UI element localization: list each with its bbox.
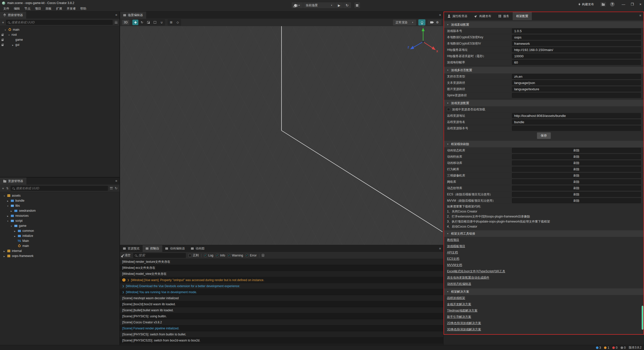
expand-chevron-icon[interactable] — [7, 204, 9, 207]
hierarchy-node-row[interactable]: root — [0, 32, 119, 37]
doc-link[interactable]: 原生包热更新配置自动生成插件 — [447, 276, 489, 280]
inspector-menu-icon[interactable]: ≡ — [639, 14, 641, 17]
hierarchy-searchbox[interactable] — [6, 20, 113, 25]
save-button[interactable]: 保存 — [537, 132, 551, 139]
expand-chevron-icon[interactable] — [3, 194, 6, 197]
move-tool-button[interactable]: ✚ — [132, 20, 138, 25]
expand-chevron-icon[interactable] — [10, 224, 13, 228]
field-input[interactable] — [512, 126, 641, 131]
notification-count-badge[interactable]: 0 — [621, 346, 626, 349]
regex-checkbox-item[interactable]: 正则 — [188, 253, 199, 257]
menu-item[interactable]: 编辑 — [12, 6, 22, 11]
expand-chevron-icon[interactable] — [14, 234, 16, 238]
field-input[interactable] — [512, 113, 641, 118]
scene-menu-icon[interactable]: ≡ — [439, 13, 441, 17]
log-row[interactable]: ! ❯ [Scene] Cocos Creator v3.8.2 — [120, 319, 443, 325]
scene-viewport[interactable]: Y X Z — [120, 26, 443, 245]
log-row[interactable]: ! ❯ [Scene] [PHYSICS]: switch from built… — [120, 331, 443, 337]
log-row[interactable]: ! ❯ [Scene] [PHYSICS2D]: switch from box… — [120, 337, 443, 343]
lock-icon[interactable] — [2, 34, 4, 36]
field-input[interactable] — [512, 41, 641, 46]
console-tab[interactable]: 资源预览 — [120, 245, 143, 252]
sort-assets-icon[interactable]: ⇅ — [6, 187, 9, 190]
section-header-language[interactable]: ▼ 游戏多语言配置 — [444, 67, 643, 73]
open-project-folder-button[interactable] — [600, 2, 607, 7]
expand-chevron-icon[interactable] — [7, 199, 9, 202]
remove-module-button[interactable]: 剔除 — [512, 154, 641, 159]
mode-3d-toggle[interactable]: 3D — [122, 20, 129, 25]
grid-snap-button[interactable]: ⊞ — [168, 20, 174, 25]
remove-module-button[interactable]: 剔除 — [512, 179, 641, 184]
menu-item[interactable]: 节点 — [22, 6, 33, 11]
log-filter-item[interactable]: Warning — [228, 254, 243, 257]
inspector-tab[interactable]: 构建发布 — [471, 12, 495, 20]
asset-node-row[interactable]: initialize — [0, 233, 119, 238]
remove-module-button[interactable]: 剔除 — [512, 173, 641, 178]
log-filter-item[interactable]: Info — [216, 254, 225, 257]
log-row[interactable]: ! ❯ [Scene] [PHYSICS]: using builtin. — [120, 313, 443, 319]
hierarchy-node-row[interactable]: main — [0, 27, 119, 32]
clear-console-button[interactable]: 清空 — [123, 253, 131, 257]
solution-link[interactable]: 2D角色扮演游戏解决方案 — [447, 321, 481, 325]
preview-qr-button[interactable] — [354, 2, 360, 9]
inspector-tab[interactable]: 框架配置 — [513, 12, 532, 20]
lock-icon[interactable] — [2, 45, 4, 46]
hierarchy-node-row[interactable]: game — [0, 37, 119, 42]
expand-chevron-icon[interactable] — [10, 209, 13, 212]
log-row[interactable]: ! ❯ [Window] [Vue warn]: Property "onInp… — [120, 277, 443, 283]
solution-link[interactable]: 新手引导解决方案 — [447, 315, 471, 319]
info-count-badge[interactable]: 3 — [596, 346, 601, 349]
console-tab[interactable]: 控制台 — [143, 245, 162, 252]
field-input[interactable] — [512, 80, 641, 85]
view-gizmo[interactable]: Y X Z — [408, 26, 438, 53]
remote-load-checkbox-row[interactable]: 游戏中资源是否远程加载 — [444, 106, 643, 113]
log-filter-item[interactable]: Log — [204, 254, 213, 257]
doc-link[interactable]: API文档 — [447, 250, 458, 255]
scale-tool-button[interactable] — [145, 20, 151, 25]
menu-item[interactable]: 开发者 — [64, 6, 78, 11]
doc-link[interactable]: Excel格式转Json文件与TypeScript代码工具 — [447, 269, 505, 274]
assets-search-input[interactable] — [16, 187, 106, 190]
expand-chevron-icon[interactable]: ❯ — [122, 291, 124, 293]
restart-button[interactable]: ↻ — [343, 2, 351, 8]
solution-link[interactable]: Tiledmap地图解决方案 — [447, 309, 477, 313]
asset-node-row[interactable]: internal — [0, 248, 119, 253]
log-file-icon[interactable] — [262, 254, 264, 257]
field-input[interactable] — [512, 60, 641, 65]
remote-load-checkbox[interactable] — [447, 108, 450, 111]
menu-item[interactable]: 面板 — [43, 6, 54, 11]
asset-node-row[interactable]: oops-framework — [0, 253, 119, 258]
expand-chevron-icon[interactable] — [7, 214, 9, 217]
build-publish-button[interactable]: 构建发布 — [576, 1, 596, 8]
inspector-tab[interactable]: 服务 — [495, 12, 513, 20]
restore-button[interactable]: ❐ — [631, 2, 634, 6]
remove-module-button[interactable]: 剔除 — [512, 198, 641, 203]
expand-chevron-icon[interactable]: ❯ — [127, 279, 129, 281]
add-asset-button[interactable]: + — [2, 187, 4, 190]
field-input[interactable] — [512, 93, 641, 98]
platform-select[interactable]: ▼ — [292, 2, 303, 8]
doc-link[interactable]: MVVM文档 — [447, 263, 462, 267]
doc-link[interactable]: 教程项目 — [447, 238, 459, 242]
warning-count-badge[interactable]: 1 — [604, 346, 609, 349]
solution-link[interactable]: 战棋游戏框架 — [447, 296, 465, 300]
section-header-docs[interactable]: ▼ 框架文档工具链接 — [444, 230, 643, 237]
log-row[interactable]: ! ❯ [Scene] [box2d]:box2d wasm lib loade… — [120, 301, 443, 307]
field-input[interactable] — [512, 28, 641, 33]
hierarchy-search-input[interactable] — [11, 21, 111, 24]
expand-chevron-icon[interactable] — [8, 33, 10, 36]
menu-item[interactable]: 帮助 — [78, 6, 89, 11]
asset-node-row[interactable]: seedrandom — [0, 208, 119, 213]
doc-link[interactable]: ECS文档 — [447, 257, 459, 261]
field-input[interactable] — [512, 74, 641, 79]
section-header-basic[interactable]: ▼ 游戏基础配置 — [444, 21, 643, 28]
lighting-toggle-button[interactable] — [418, 19, 425, 25]
solution-link[interactable]: 全栈开发解决方案 — [447, 302, 471, 307]
regex-checkbox[interactable] — [188, 254, 191, 257]
rotate-snap-button[interactable]: ◇ — [175, 20, 181, 25]
log-row[interactable]: ! ❯ [Window] ecs文件夹存在 — [120, 265, 443, 271]
filter-checkbox[interactable] — [204, 254, 207, 257]
field-input[interactable] — [512, 86, 641, 92]
expand-chevron-icon[interactable] — [7, 219, 9, 223]
inspector-scrollbar-thumb[interactable] — [642, 306, 643, 330]
